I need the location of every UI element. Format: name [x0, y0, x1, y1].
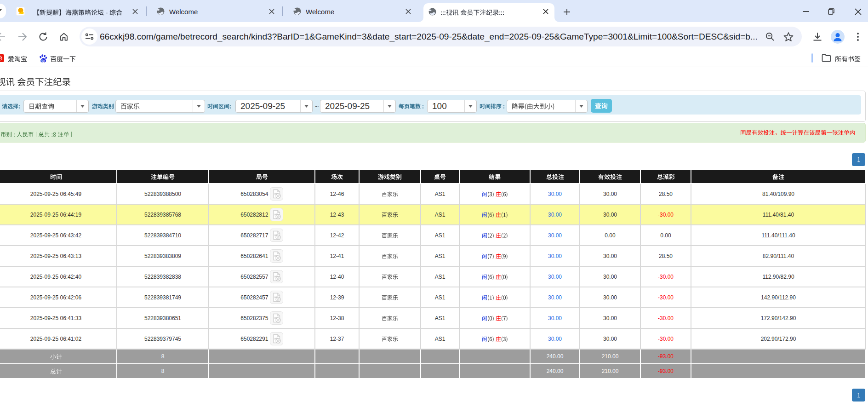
- svg-text:du: du: [41, 59, 45, 62]
